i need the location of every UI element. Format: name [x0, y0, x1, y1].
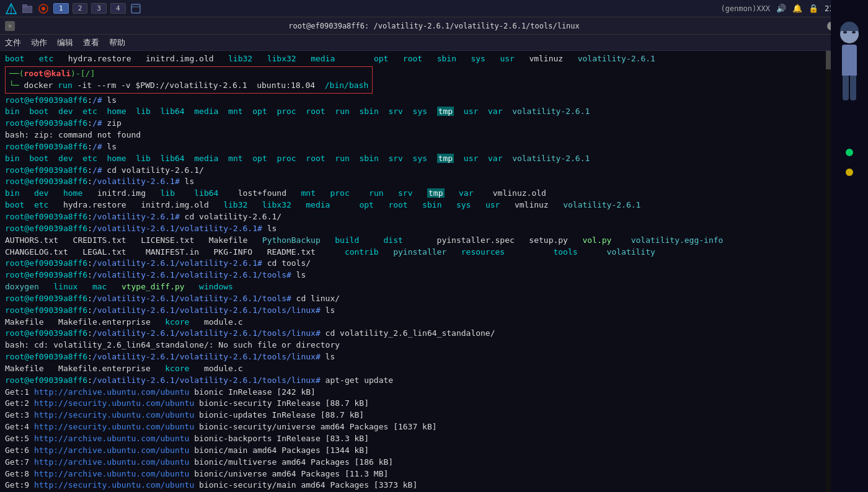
- apt-get-6: Get:6 http://archive.ubuntu.com/ubuntu b…: [5, 445, 863, 457]
- avatar-figure: [834, 25, 865, 124]
- green-indicator: [846, 149, 853, 156]
- apt-get-3: Get:3 http://security.ubuntu.com/ubuntu …: [5, 410, 863, 421]
- docker-command-box: ──(root㉿kali)-[/] └─ docker run -it --rm…: [5, 66, 373, 94]
- kali-logo-icon[interactable]: [5, 2, 17, 15]
- svg-rect-3: [22, 4, 27, 7]
- menu-view[interactable]: 查看: [83, 37, 99, 48]
- prompt-ls-linux: root@ef09039a8ff6:/volatility-2.6.1/vola…: [5, 305, 863, 317]
- ls-output-3b: boot etc hydra.restore initrd.img.old li…: [5, 200, 863, 211]
- output-line-1: boot etc hydra.restore initrd.img.old li…: [5, 53, 863, 65]
- prompt-cd-linux: root@ef09039a8ff6:/volatility-2.6.1/vola…: [5, 293, 863, 305]
- yellow-indicator: [846, 169, 853, 176]
- avatar-legs: [834, 76, 865, 100]
- titlebar-close-area: ✕: [5, 21, 15, 31]
- taskbar-left: 1 2 3 4: [5, 2, 142, 15]
- prompt-ls-4: root@ef09039a8ff6:/volatility-2.6.1/vola…: [5, 223, 863, 235]
- ls-output-3a: bin dev home initrd.img lib lib64 lost+f…: [5, 188, 863, 200]
- terminal-tab-2[interactable]: 2: [73, 3, 88, 14]
- menu-help[interactable]: 帮助: [109, 37, 125, 48]
- prompt-ls-1: root@ef09039a8ff6:/# ls: [5, 95, 863, 107]
- terminal-tab-3[interactable]: 3: [91, 3, 107, 14]
- terminal-window: ✕ root@ef09039a8ff6: /volatility-2.6.1/v…: [0, 17, 868, 492]
- terminal-tab-4[interactable]: 4: [110, 3, 126, 14]
- prompt-ls-linux2: root@ef09039a8ff6:/volatility-2.6.1/vola…: [5, 351, 863, 363]
- taskbar: 1 2 3 4 (genmon)XXX 🔊 🔔 🔒 21:45 🔑: [0, 0, 868, 17]
- system-info-label: (genmon)XXX: [720, 4, 769, 13]
- prompt-cd-2: root@ef09039a8ff6:/volatility-2.6.1# cd …: [5, 211, 863, 223]
- menu-edit[interactable]: 编辑: [57, 37, 73, 48]
- apt-get-1: Get:1 http://archive.ubuntu.com/ubuntu b…: [5, 387, 863, 398]
- terminal-tab-1[interactable]: 1: [53, 3, 69, 14]
- menu-action[interactable]: 动作: [31, 37, 47, 48]
- lock-icon[interactable]: 🔒: [808, 4, 818, 13]
- ls-output-4a: AUTHORS.txt CREDITS.txt LICENSE.txt Make…: [5, 235, 863, 247]
- terminal-titlebar: ✕ root@ef09039a8ff6: /volatility-2.6.1/v…: [0, 17, 868, 35]
- svg-rect-2: [22, 6, 32, 13]
- menu-file[interactable]: 文件: [5, 37, 21, 48]
- apt-get-4: Get:4 http://security.ubuntu.com/ubuntu …: [5, 421, 863, 433]
- apt-get-5: Get:5 http://archive.ubuntu.com/ubuntu b…: [5, 433, 863, 445]
- prompt-cd-standalone: root@ef09039a8ff6:/volatility-2.6.1/vola…: [5, 328, 863, 340]
- terminal-scrollbar-track: [826, 51, 831, 492]
- prompt-apt-get: root@ef09039a8ff6:/volatility-2.6.1/vola…: [5, 375, 863, 387]
- browser-icon[interactable]: [37, 2, 50, 15]
- prompt-ls-3: root@ef09039a8ff6:/volatility-2.6.1# ls: [5, 176, 863, 188]
- prompt-cd-tools: root@ef09039a8ff6:/volatility-2.6.1/vola…: [5, 258, 863, 270]
- menubar: 文件 动作 编辑 查看 帮助: [0, 35, 868, 51]
- prompt-line: ──(root㉿kali)-[/]: [9, 68, 368, 80]
- apt-get-7: Get:7 http://archive.ubuntu.com/ubuntu b…: [5, 457, 863, 468]
- apt-get-2: Get:2 http://security.ubuntu.com/ubuntu …: [5, 398, 863, 410]
- volume-icon[interactable]: 🔊: [776, 4, 786, 13]
- notification-icon[interactable]: 🔔: [792, 4, 802, 13]
- file-manager-icon[interactable]: [21, 2, 33, 15]
- ls-output-2: bin boot dev etc home lib lib64 media mn…: [5, 153, 863, 165]
- titlebar-close-button[interactable]: ✕: [5, 21, 15, 31]
- ls-output-1: bin boot dev etc home lib lib64 media mn…: [5, 106, 863, 118]
- avatar-body: [842, 45, 857, 76]
- right-sidebar: [831, 0, 868, 492]
- apt-get-8: Get:8 http://archive.ubuntu.com/ubuntu b…: [5, 468, 863, 480]
- terminal-content[interactable]: boot etc hydra.restore initrd.img.old li…: [0, 51, 868, 492]
- svg-rect-6: [131, 4, 140, 13]
- terminal-title: root@ef09039a8ff6: /volatility-2.6.1/vol…: [288, 22, 580, 30]
- ls-output-linux2: Makefile Makefile.enterprise kcore modul…: [5, 363, 863, 375]
- prompt-ls-tools: root@ef09039a8ff6:/volatility-2.6.1/vola…: [5, 270, 863, 281]
- avatar-head: [840, 25, 859, 43]
- docker-command-line: └─ docker run -it --rm -v $PWD://volatil…: [9, 80, 368, 92]
- prompt-cd-1: root@ef09039a8ff6:/# cd volatility-2.6.1…: [5, 165, 863, 177]
- terminal-scrollbar-thumb[interactable]: [826, 51, 831, 69]
- prompt-zip: root@ef09039a8ff6:/# zip: [5, 118, 863, 130]
- zip-error: bash: zip: command not found: [5, 130, 863, 141]
- ls-output-4b: CHANGELOG.txt LEGAL.txt MANIFEST.in PKG-…: [5, 247, 863, 258]
- apt-get-9: Get:9 http://security.ubuntu.com/ubuntu …: [5, 480, 863, 491]
- prompt-ls-2: root@ef09039a8ff6:/# ls: [5, 141, 863, 153]
- svg-point-5: [42, 7, 45, 11]
- extra-icon[interactable]: [130, 2, 142, 15]
- ls-output-linux: Makefile Makefile.enterprise kcore modul…: [5, 317, 863, 328]
- ls-output-tools: doxygen linux mac vtype_diff.py windows: [5, 281, 863, 293]
- cd-error: bash: cd: volatility_2.6_lin64_standalon…: [5, 340, 863, 351]
